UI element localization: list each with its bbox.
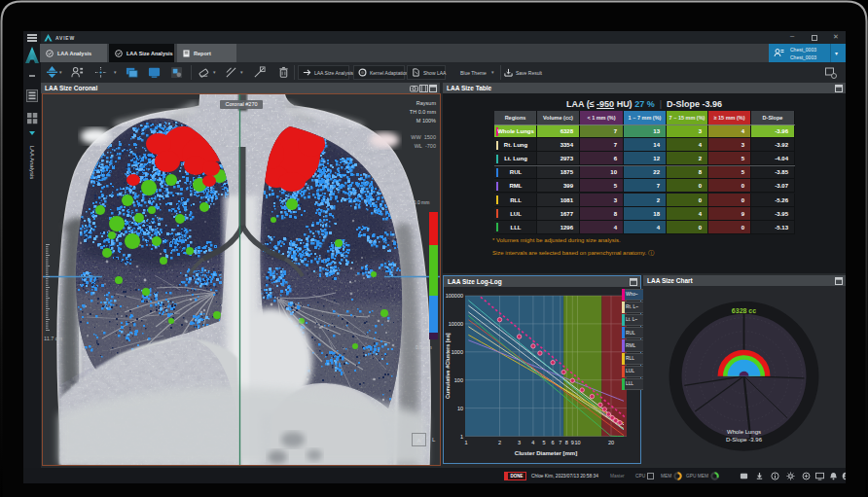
svg-text:7: 7 <box>559 440 561 445</box>
svg-text:100: 100 <box>454 377 463 383</box>
svg-text:3: 3 <box>518 440 521 445</box>
svg-text:9: 9 <box>571 440 574 445</box>
svg-text:Whole Lungs: Whole Lungs <box>727 429 761 435</box>
svg-text:4: 4 <box>531 440 534 445</box>
svg-text:10: 10 <box>574 440 580 445</box>
svg-text:Cumulative #Clusters [ea]: Cumulative #Clusters [ea] <box>445 333 451 399</box>
svg-text:Cluster Diameter [mm]: Cluster Diameter [mm] <box>515 450 577 456</box>
svg-text:6: 6 <box>552 440 555 445</box>
svg-text:10: 10 <box>457 406 463 411</box>
svg-text:8: 8 <box>565 440 568 445</box>
svg-text:2: 2 <box>498 440 501 445</box>
svg-text:100000: 100000 <box>446 293 463 299</box>
svg-text:1: 1 <box>460 434 463 440</box>
svg-text:1: 1 <box>464 440 467 445</box>
svg-text:5: 5 <box>542 440 545 445</box>
svg-text:1000: 1000 <box>452 349 463 355</box>
svg-text:20: 20 <box>608 440 614 445</box>
svg-text:6328 cc: 6328 cc <box>732 307 756 314</box>
svg-text:10000: 10000 <box>449 321 463 327</box>
svg-text:D-Slope -3.96: D-Slope -3.96 <box>726 437 763 443</box>
